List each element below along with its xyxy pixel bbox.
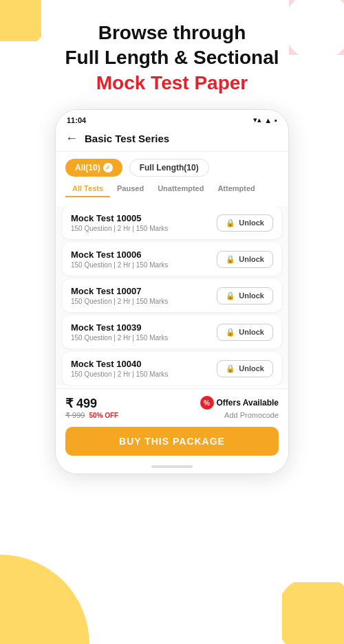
unlock-label-1: Unlock [239,219,264,227]
test-name-5: Mock Test 10040 [71,359,168,369]
back-button[interactable]: ← [65,131,78,146]
bottom-bar: ₹ 499 ₹ 999 50% OFF % Offers Available A… [56,388,288,461]
test-meta-4: 150 Question | 2 Hr | 150 Marks [71,334,168,342]
test-meta-3: 150 Question | 2 Hr | 150 Marks [71,298,168,305]
filter-all-label: All(10) [75,163,100,173]
status-bar: 11:04 ▾▴ ▲ ▪ [56,110,288,127]
promo-link[interactable]: Add Promocode [224,411,279,419]
unlock-label-4: Unlock [239,328,264,336]
unlock-label-3: Unlock [239,291,264,300]
heading-line3: Mock Test Paper [96,72,248,93]
test-item-4: Mock Test 10039 150 Question | 2 Hr | 15… [63,315,281,348]
offers-text: Offers Available [217,398,279,408]
lock-icon-2: 🔒 [226,255,235,264]
price-original: ₹ 999 [65,411,85,420]
tab-all-tests[interactable]: All Tests [65,181,110,197]
filter-row-1: All(10) ✓ Full Length(10) [56,152,288,181]
check-icon: ✓ [103,163,113,173]
filter-all[interactable]: All(10) ✓ [65,159,122,177]
filter-full-length[interactable]: Full Length(10) [129,159,209,177]
test-meta-2: 150 Question | 2 Hr | 150 Marks [71,261,168,269]
tab-attempted[interactable]: Attempted [211,181,261,197]
unlock-label-5: Unlock [239,364,264,373]
offers-row: % Offers Available [200,396,279,410]
test-name-2: Mock Test 10006 [71,249,168,260]
unlock-button-2[interactable]: 🔒 Unlock [217,251,273,268]
test-name-1: Mock Test 10005 [71,213,168,223]
test-info-4: Mock Test 10039 150 Question | 2 Hr | 15… [71,322,168,342]
status-icons: ▾▴ ▲ ▪ [253,115,277,124]
phone-mockup: 11:04 ▾▴ ▲ ▪ ← Basic Test Series All(10)… [55,109,289,474]
test-info-1: Mock Test 10005 150 Question | 2 Hr | 15… [71,213,168,232]
test-info-2: Mock Test 10006 150 Question | 2 Hr | 15… [71,249,168,269]
price-original-row: ₹ 999 50% OFF [65,411,118,420]
unlock-button-3[interactable]: 🔒 Unlock [217,287,273,304]
unlock-label-2: Unlock [239,255,264,263]
status-time: 11:04 [67,116,86,124]
test-item-2: Mock Test 10006 150 Question | 2 Hr | 15… [63,243,281,276]
tab-paused[interactable]: Paused [110,181,151,197]
test-list: Mock Test 10005 150 Question | 2 Hr | 15… [56,206,288,385]
lock-icon-3: 🔒 [226,291,235,300]
test-name-3: Mock Test 10007 [71,286,168,296]
test-item-1: Mock Test 10005 150 Question | 2 Hr | 15… [63,206,281,239]
home-indicator [56,461,288,474]
price-right: % Offers Available Add Promocode [200,396,279,419]
price-row: ₹ 499 ₹ 999 50% OFF % Offers Available A… [65,396,279,420]
filter-full-length-label: Full Length(10) [140,163,199,173]
test-info-3: Mock Test 10007 150 Question | 2 Hr | 15… [71,286,168,305]
lock-icon-4: 🔒 [226,328,235,337]
test-meta-5: 150 Question | 2 Hr | 150 Marks [71,370,168,378]
test-item-5: Mock Test 10040 150 Question | 2 Hr | 15… [63,352,281,385]
battery-icon: ▪ [275,116,277,124]
wifi-icon: ▾▴ [253,115,261,124]
heading-line2: Full Length & Sectional [65,47,279,68]
unlock-button-4[interactable]: 🔒 Unlock [217,324,273,341]
home-indicator-bar [151,465,193,468]
signal-icon: ▲ [264,116,272,124]
offer-icon: % [200,396,214,410]
corner-decoration-bottom-left [0,555,89,644]
price-current: ₹ 499 [65,396,118,411]
test-name-4: Mock Test 10039 [71,322,168,333]
app-bar-title: Basic Test Series [85,133,169,144]
app-bar: ← Basic Test Series [56,127,288,152]
discount-badge: 50% OFF [89,412,118,419]
test-info-5: Mock Test 10040 150 Question | 2 Hr | 15… [71,359,168,378]
heading-line1: Browse through [98,22,246,43]
test-meta-1: 150 Question | 2 Hr | 150 Marks [71,225,168,232]
filter-row-2: All Tests Paused Unattempted Attempted [56,181,288,203]
buy-button[interactable]: BUY THIS PACKAGE [65,427,279,456]
test-item-3: Mock Test 10007 150 Question | 2 Hr | 15… [63,279,281,312]
corner-decoration-bottom-right [282,582,344,644]
price-left: ₹ 499 ₹ 999 50% OFF [65,396,118,420]
unlock-button-1[interactable]: 🔒 Unlock [217,214,273,232]
lock-icon-5: 🔒 [226,364,235,373]
lock-icon-1: 🔒 [226,219,235,227]
tab-unattempted[interactable]: Unattempted [151,181,211,197]
unlock-button-5[interactable]: 🔒 Unlock [217,360,273,377]
page-heading: Browse through Full Length & Sectional M… [51,21,292,96]
